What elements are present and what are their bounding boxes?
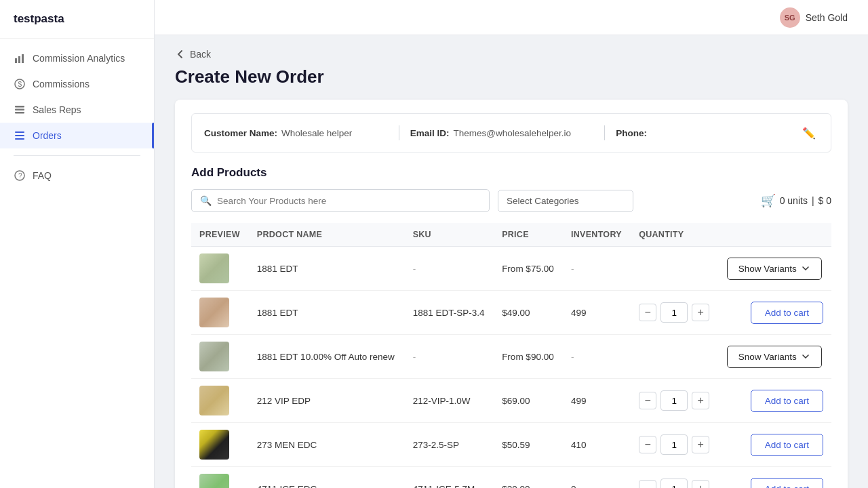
sidebar-item-orders[interactable]: Orders [0, 123, 154, 148]
qty-plus-button[interactable]: + [692, 480, 709, 488]
product-name-cell: 212 VIP EDP [249, 379, 405, 423]
avatar: SG [780, 7, 800, 28]
table-row: 1881 EDT 1881 EDT-SP-3.4 $49.00 499 − + … [191, 291, 831, 335]
qty-plus-button[interactable]: + [692, 304, 709, 321]
table-row: 4711 ICE EDC 4711-ICE-5.7M $29.00 0 − + … [191, 467, 831, 489]
main-content: SG Seth Gold Back Create New Order Custo… [155, 0, 868, 488]
table-row: 212 VIP EDP 212-VIP-1.0W $69.00 499 − + … [191, 379, 831, 423]
sidebar: testpasta Commission Analytics $ Commiss… [0, 0, 155, 488]
cart-amount: $ 0 [818, 195, 831, 206]
product-preview-cell [191, 467, 249, 489]
category-select[interactable]: Select Categories [498, 190, 633, 212]
col-action [719, 223, 831, 247]
product-thumbnail [199, 474, 229, 488]
topbar: SG Seth Gold [155, 0, 868, 35]
product-price-cell: From $75.00 [494, 247, 563, 291]
product-action-cell: Add to cart [719, 291, 831, 335]
product-action-cell: Add to cart [719, 423, 831, 467]
back-button[interactable]: Back [175, 49, 848, 60]
svg-text:$: $ [18, 81, 22, 88]
sidebar-item-commission-analytics[interactable]: Commission Analytics [0, 45, 154, 71]
orders-icon [14, 129, 26, 142]
qty-input[interactable] [660, 479, 688, 488]
product-preview-cell [191, 335, 249, 379]
qty-plus-button[interactable]: + [692, 392, 709, 409]
qty-minus-button[interactable]: − [639, 480, 656, 488]
product-thumbnail [199, 430, 229, 460]
products-table: PREVIEW PRDOCT NAME SKU PRICE INVENTORY … [191, 223, 831, 488]
svg-rect-0 [15, 58, 17, 63]
customer-email-field: Email ID: Themes@wholesalehelper.io [410, 128, 594, 138]
quantity-control: − + [639, 302, 711, 323]
show-variants-button[interactable]: Snow Variants [727, 346, 822, 368]
product-inventory-cell: 0 [563, 467, 631, 489]
product-thumbnail [199, 298, 229, 327]
show-variants-button[interactable]: Show Variants [727, 258, 822, 280]
product-name-cell: 1881 EDT [249, 291, 405, 335]
sidebar-logo: testpasta [0, 0, 154, 39]
svg-rect-8 [15, 131, 24, 133]
svg-rect-6 [15, 109, 24, 111]
content-area: Back Create New Order Customer Name: Who… [155, 35, 868, 488]
chevron-down-icon [801, 264, 810, 273]
product-quantity-cell [631, 247, 719, 291]
sidebar-divider [14, 155, 140, 156]
svg-rect-1 [18, 56, 20, 63]
search-input[interactable] [217, 196, 481, 206]
user-name: Seth Gold [806, 12, 848, 23]
sidebar-item-label: Orders [33, 130, 62, 141]
customer-name-label: Customer Name: [204, 128, 277, 138]
customer-name-value: Wholesale helper [281, 128, 352, 138]
product-action-cell: Show Variants [719, 247, 831, 291]
search-box[interactable]: 🔍 [191, 189, 490, 212]
qty-input[interactable] [660, 302, 688, 323]
customer-sep-2 [604, 125, 605, 140]
product-price-cell: $50.59 [494, 423, 563, 467]
qty-minus-button[interactable]: − [639, 392, 656, 409]
add-to-cart-button[interactable]: Add to cart [751, 390, 823, 412]
cart-icon: 🛒 [761, 193, 776, 208]
user-info: SG Seth Gold [780, 7, 848, 28]
add-to-cart-button[interactable]: Add to cart [751, 434, 823, 456]
col-price: PRICE [494, 223, 563, 247]
svg-rect-5 [15, 106, 24, 108]
product-sku-cell: - [405, 335, 494, 379]
back-arrow-icon [175, 49, 186, 60]
qty-input[interactable] [660, 390, 688, 411]
product-name-cell: 1881 EDT 10.00% Off Auto renew [249, 335, 405, 379]
qty-minus-button[interactable]: − [639, 436, 656, 453]
product-preview-cell [191, 291, 249, 335]
product-inventory-cell: 499 [563, 379, 631, 423]
add-to-cart-button[interactable]: Add to cart [751, 478, 823, 489]
sidebar-item-label: FAQ [33, 170, 52, 181]
product-quantity-cell: − + [631, 423, 719, 467]
product-price-cell: From $90.00 [494, 335, 563, 379]
add-to-cart-button[interactable]: Add to cart [751, 302, 823, 324]
qty-plus-button[interactable]: + [692, 436, 709, 453]
product-thumbnail [199, 342, 229, 371]
sidebar-item-faq[interactable]: ? FAQ [0, 163, 154, 188]
main-card: Customer Name: Wholesale helper Email ID… [175, 100, 848, 488]
cart-units: 0 units [780, 195, 808, 206]
product-inventory-cell: - [563, 247, 631, 291]
customer-email-value: Themes@wholesalehelper.io [453, 128, 571, 138]
product-thumbnail [199, 253, 229, 283]
svg-rect-7 [15, 112, 24, 114]
cart-info: 🛒 0 units | $ 0 [761, 193, 831, 208]
qty-minus-button[interactable]: − [639, 304, 656, 321]
back-label: Back [190, 49, 211, 60]
qty-input[interactable] [660, 434, 688, 455]
sidebar-item-sales-reps[interactable]: Sales Reps [0, 97, 154, 123]
sidebar-item-label: Commission Analytics [33, 53, 125, 64]
edit-customer-button[interactable]: ✏️ [800, 123, 818, 142]
search-row: 🔍 Select Categories 🛒 0 units | $ 0 [191, 189, 831, 212]
col-preview: PREVIEW [191, 223, 249, 247]
product-preview-cell [191, 247, 249, 291]
add-products-title: Add Products [191, 166, 831, 180]
svg-rect-9 [15, 135, 24, 136]
product-name-cell: 1881 EDT [249, 247, 405, 291]
quantity-control: − + [639, 434, 711, 455]
customer-name-field: Customer Name: Wholesale helper [204, 128, 388, 138]
sidebar-item-commissions[interactable]: $ Commissions [0, 71, 154, 97]
product-quantity-cell: − + [631, 379, 719, 423]
